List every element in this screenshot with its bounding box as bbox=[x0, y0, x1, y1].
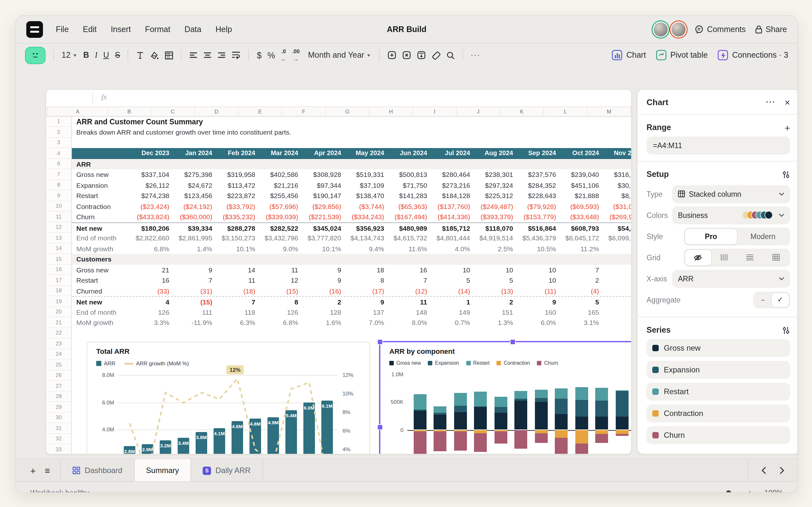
cell[interactable]: $3,150,273 bbox=[217, 233, 260, 243]
bold-button[interactable]: B bbox=[83, 51, 89, 60]
cell[interactable]: ($414,336) bbox=[432, 212, 475, 222]
cell[interactable]: $118,070 bbox=[475, 223, 518, 233]
cell[interactable]: 21 bbox=[131, 264, 174, 275]
cell-month[interactable]: Sep 2024 bbox=[518, 148, 561, 158]
grid-both-option[interactable] bbox=[763, 250, 789, 265]
cell-label[interactable]: Net new bbox=[72, 223, 131, 233]
cell[interactable]: 1.3% bbox=[475, 317, 518, 328]
cell-label[interactable]: Gross new bbox=[72, 264, 131, 275]
cell[interactable]: 2 bbox=[475, 297, 518, 307]
row-number[interactable]: 31 bbox=[46, 423, 72, 434]
cell[interactable]: $288,278 bbox=[217, 223, 260, 233]
cell[interactable]: ARR and Customer Count Summary bbox=[72, 116, 203, 127]
cell[interactable]: $185,712 bbox=[432, 223, 475, 233]
cell[interactable]: $21,888 bbox=[561, 190, 604, 201]
series-item-contraction[interactable]: Contraction bbox=[647, 404, 790, 422]
borders-button[interactable] bbox=[165, 51, 173, 59]
column-header-J[interactable]: J bbox=[457, 107, 500, 116]
cell[interactable]: ($31,008) bbox=[604, 201, 632, 212]
cell[interactable]: $54,440 bbox=[604, 223, 632, 233]
cell[interactable]: 165 bbox=[561, 307, 604, 317]
cell-label[interactable]: End of month bbox=[72, 307, 131, 317]
cell[interactable]: 8 bbox=[346, 275, 389, 286]
cell[interactable]: $39,334 bbox=[174, 223, 217, 233]
cell[interactable]: 7 bbox=[561, 264, 604, 275]
cell[interactable]: $297,324 bbox=[475, 180, 518, 190]
cell[interactable]: 126 bbox=[260, 307, 303, 317]
zoom-slider[interactable] bbox=[706, 492, 740, 493]
cell[interactable]: 9 bbox=[518, 297, 561, 307]
row-number[interactable]: 29 bbox=[46, 402, 72, 412]
cell[interactable]: $519,331 bbox=[346, 169, 389, 180]
cell[interactable]: $180,206 bbox=[131, 223, 174, 233]
cell[interactable]: 118 bbox=[217, 307, 260, 317]
cell-label[interactable]: MoM growth bbox=[72, 243, 131, 254]
increase-decimal-button[interactable]: .00→ bbox=[292, 49, 300, 62]
cell[interactable]: 9 bbox=[174, 264, 217, 275]
cell[interactable]: $255,456 bbox=[260, 190, 303, 201]
cell[interactable]: 137 bbox=[346, 307, 389, 317]
cell[interactable]: $4,801,444 bbox=[432, 233, 475, 243]
cell-label[interactable]: MoM growth bbox=[72, 317, 131, 328]
cell[interactable]: 151 bbox=[475, 307, 518, 317]
cell[interactable]: 10 bbox=[475, 264, 518, 275]
cell-month[interactable]: Jan 2024 bbox=[174, 148, 217, 158]
cell-month[interactable]: Nov 2024 bbox=[604, 148, 632, 158]
cell[interactable]: ($23,424) bbox=[131, 201, 174, 212]
cell-section[interactable]: ARR bbox=[72, 159, 632, 169]
cell-month[interactable]: Apr 2024 bbox=[303, 148, 346, 158]
cell[interactable]: $5,436,379 bbox=[518, 233, 561, 243]
cell[interactable] bbox=[604, 264, 632, 275]
aggregate-off-option[interactable]: − bbox=[754, 293, 772, 307]
cell[interactable]: 11 bbox=[260, 264, 303, 275]
cell[interactable]: (4) bbox=[561, 286, 604, 296]
style-option-pro[interactable]: Pro bbox=[685, 228, 737, 244]
search-button[interactable] bbox=[446, 51, 455, 59]
cell-label[interactable]: Churn bbox=[72, 212, 131, 222]
cell[interactable]: $26,112 bbox=[131, 180, 174, 190]
cell[interactable] bbox=[604, 275, 632, 286]
cell[interactable]: (31) bbox=[174, 286, 217, 296]
cell[interactable]: $4,615,732 bbox=[389, 233, 432, 243]
row-number[interactable]: 19 bbox=[46, 296, 72, 307]
row-number[interactable]: 15 bbox=[46, 254, 72, 264]
align-right-button[interactable] bbox=[218, 52, 226, 59]
chart-button[interactable]: Chart bbox=[612, 50, 646, 60]
cell[interactable]: 149 bbox=[432, 307, 475, 317]
cell[interactable]: 11 bbox=[389, 297, 432, 307]
grid-vertical-option[interactable] bbox=[711, 250, 737, 265]
cell[interactable]: 6.8% bbox=[260, 317, 303, 328]
row-number[interactable]: 24 bbox=[46, 349, 72, 359]
cell[interactable]: 2 bbox=[303, 297, 346, 307]
number-format-select[interactable]: Month and Year▼ bbox=[308, 51, 371, 60]
cell[interactable]: 9 bbox=[346, 297, 389, 307]
selection-handle[interactable] bbox=[377, 339, 383, 345]
cell-label[interactable]: Contraction bbox=[72, 201, 131, 212]
underline-button[interactable]: U bbox=[103, 51, 109, 60]
avatar[interactable] bbox=[654, 22, 668, 37]
tab-dashboard[interactable]: Dashboard bbox=[61, 459, 134, 482]
cell[interactable]: $24,672 bbox=[174, 180, 217, 190]
cell[interactable] bbox=[604, 243, 632, 254]
assistant-smiley-icon[interactable] bbox=[25, 47, 46, 64]
font-size-select[interactable]: 12▼ bbox=[62, 51, 78, 60]
row-number[interactable]: 8 bbox=[46, 180, 72, 190]
series-sliders-icon[interactable] bbox=[782, 326, 790, 334]
cell[interactable]: (14) bbox=[432, 286, 475, 296]
cell[interactable]: 16 bbox=[131, 275, 174, 286]
cell[interactable]: $316,512 bbox=[604, 169, 632, 180]
column-header-G[interactable]: G bbox=[326, 107, 369, 116]
cell[interactable]: 11 bbox=[217, 275, 260, 286]
cell-month[interactable]: Jul 2024 bbox=[432, 148, 475, 158]
add-range-button[interactable]: + bbox=[784, 122, 790, 133]
cell[interactable]: ($57,696) bbox=[260, 201, 303, 212]
cell[interactable]: 9 bbox=[303, 264, 346, 275]
cell[interactable]: ($65,363) bbox=[389, 201, 432, 212]
cell[interactable]: $21,216 bbox=[260, 180, 303, 190]
cell[interactable]: ($79,928) bbox=[518, 201, 561, 212]
cell[interactable]: 1.4% bbox=[174, 243, 217, 254]
cell[interactable]: ($360,000) bbox=[174, 212, 217, 222]
percent-format-button[interactable]: % bbox=[267, 50, 275, 60]
cell[interactable]: 9.4% bbox=[346, 243, 389, 254]
cell[interactable]: ($137,760) bbox=[432, 201, 475, 212]
